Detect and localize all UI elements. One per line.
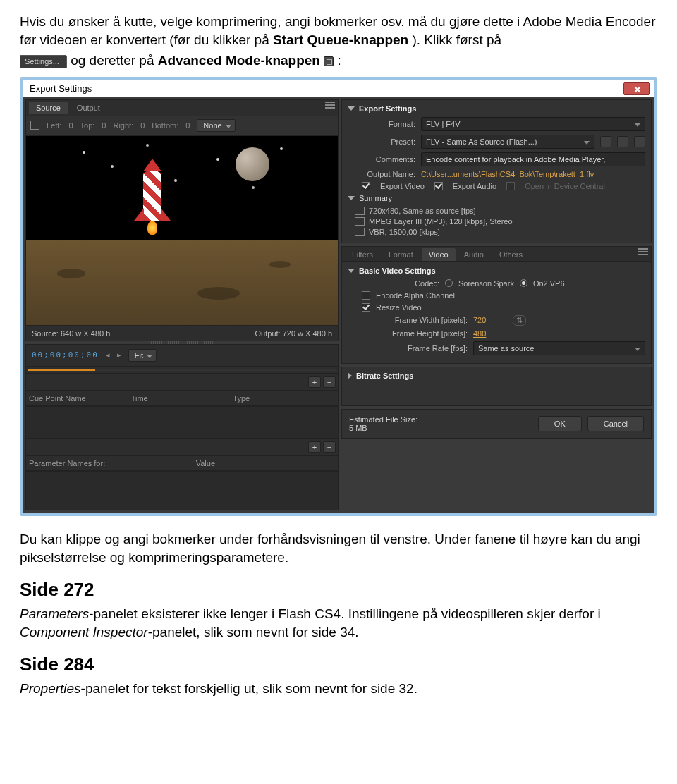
p284-b: -panelet for tekst forskjellig ut, slik … [81, 681, 417, 696]
para1-c: og deretter på [71, 53, 158, 68]
output-name-link[interactable]: C:\User...uments\FlashCS4_Bok\Temp\raket… [421, 170, 645, 178]
add-cue-icon[interactable]: + [308, 376, 321, 388]
para1-b: ). Klikk først på [412, 32, 501, 47]
play-next-icon[interactable]: ▸ [117, 350, 121, 360]
frame-height-value[interactable]: 480 [473, 329, 486, 338]
comments-label: Comments: [348, 155, 415, 164]
source-dimensions: Source: 640 w X 480 h [32, 329, 110, 338]
cue-list-body[interactable] [25, 406, 338, 439]
param-buttons: + − [25, 439, 338, 455]
bitrate-heading: Bitrate Settings [356, 372, 413, 380]
col-cue-name: Cue Point Name [29, 394, 131, 403]
summary-collapse-icon[interactable] [348, 196, 355, 200]
tab-filters[interactable]: Filters [345, 248, 380, 261]
close-icon[interactable] [623, 82, 650, 95]
paragraph-side-284: Properties-panelet for tekst forskjellig… [20, 680, 657, 698]
collapse-icon[interactable] [348, 106, 355, 111]
summary-heading: Summary [359, 194, 392, 202]
bvs-collapse-icon[interactable] [348, 269, 355, 273]
import-preset-icon[interactable] [617, 136, 628, 147]
crop-top-value[interactable]: 0 [102, 121, 106, 130]
right-tabs: Filters Format Video Audio Others [341, 246, 652, 262]
crop-left-value[interactable]: 0 [68, 121, 73, 130]
format-dropdown[interactable]: FLV | F4V [421, 117, 645, 131]
codec-on2-radio[interactable] [520, 279, 527, 287]
timecode-value[interactable]: 00;00;00;00 [32, 350, 99, 360]
preset-dropdown[interactable]: FLV - Same As Source (Flash...) [421, 135, 594, 149]
tab-audio[interactable]: Audio [457, 248, 491, 261]
comments-field[interactable]: Encode content for playback in Adobe Med… [421, 152, 645, 166]
save-preset-icon[interactable] [600, 136, 611, 147]
left-tabs: Source Output [25, 99, 338, 116]
alpha-label: Encode Alpha Channel [376, 291, 455, 300]
frame-rate-dropdown[interactable]: Same as source [473, 341, 645, 355]
delete-preset-icon[interactable] [634, 136, 645, 147]
basic-video-panel: Basic Video Settings Codec: Sorenson Spa… [341, 262, 652, 364]
bitrate-collapse-icon[interactable] [348, 372, 352, 379]
remove-param-icon[interactable]: − [323, 441, 336, 453]
zoom-fit-dropdown[interactable]: Fit [128, 349, 157, 362]
link-dimensions-icon[interactable]: ⇅ [513, 315, 526, 326]
export-settings-panel: Export Settings Format: FLV | F4V Preset… [341, 99, 652, 243]
component-inspector-italic: Component Inspector [20, 625, 148, 639]
audio-summary-icon [355, 217, 365, 226]
advanced-mode-icon [324, 56, 334, 66]
frame-width-value[interactable]: 720 [473, 316, 486, 324]
summary-line-1: 720x480, Same as source [fps] [369, 207, 476, 215]
preset-label: Preset: [348, 137, 415, 146]
timecode-row: 00;00;00;00 ◂ ▸ Fit [25, 344, 338, 367]
add-param-icon[interactable]: + [308, 441, 321, 453]
ok-button[interactable]: OK [538, 416, 582, 431]
codec-sorenson-label: Sorenson Spark [458, 279, 514, 288]
export-audio-checkbox[interactable] [434, 182, 443, 190]
export-video-checkbox[interactable] [362, 182, 370, 190]
panel-menu-icon[interactable] [325, 102, 335, 109]
tab-source[interactable]: Source [29, 102, 68, 114]
frame-width-label: Frame Width [pixels]: [348, 316, 468, 324]
crop-right-label: Right: [113, 121, 133, 130]
export-settings-dialog: Export Settings Source Output Left: 0 To… [20, 77, 657, 516]
col-param-name: Parameter Names for: [29, 459, 196, 467]
crop-right-value[interactable]: 0 [140, 121, 145, 130]
intro-paragraph-2: Settings... og deretter på Advanced Mode… [20, 51, 657, 70]
heading-side-272: Side 272 [20, 579, 657, 601]
remove-cue-icon[interactable]: − [323, 376, 336, 388]
crop-icon[interactable] [30, 121, 39, 130]
crop-bottom-value[interactable]: 0 [185, 121, 190, 130]
tab-format[interactable]: Format [382, 248, 420, 261]
heading-side-284: Side 284 [20, 654, 657, 675]
video-preview [25, 135, 338, 326]
alpha-checkbox[interactable] [362, 291, 370, 300]
settings-button-inline: Settings... [20, 55, 67, 68]
device-central-label: Open in Device Central [525, 182, 605, 190]
tab-video[interactable]: Video [422, 248, 456, 261]
right-panel-menu-icon[interactable] [638, 248, 648, 255]
parameters-italic: Parameters [20, 606, 89, 621]
p272-d: -panelet, slik som nevnt for side 34. [148, 625, 359, 639]
tab-others[interactable]: Others [492, 248, 530, 261]
output-name-label: Output Name: [348, 170, 415, 178]
cancel-button[interactable]: Cancel [587, 416, 644, 431]
export-video-label: Export Video [380, 182, 425, 190]
codec-label: Codec: [348, 279, 439, 288]
crop-left-label: Left: [47, 121, 61, 130]
col-cue-time: Time [131, 394, 233, 403]
summary-line-3: VBR, 1500,00 [kbps] [369, 228, 440, 236]
tab-output[interactable]: Output [70, 102, 107, 114]
estimated-size-value: 5 MB [349, 424, 417, 432]
resize-checkbox[interactable] [362, 303, 370, 312]
intro-paragraph-1: Hvis du ønsker å kutte, velge komprimeri… [20, 13, 657, 49]
crop-bottom-label: Bottom: [152, 121, 178, 130]
advanced-mode-bold: Advanced Mode-knappen [158, 53, 324, 68]
play-prev-icon[interactable]: ◂ [106, 350, 110, 360]
codec-sorenson-radio[interactable] [445, 279, 453, 287]
crop-top-label: Top: [80, 121, 95, 130]
paragraph-after-dialog: Du kan klippe og angi bokmerker under fo… [20, 530, 657, 566]
cue-list-header: Cue Point Name Time Type [25, 391, 338, 406]
timeline-slider[interactable] [25, 367, 338, 374]
export-audio-label: Export Audio [453, 182, 496, 190]
param-list-body[interactable] [25, 471, 338, 510]
frame-height-label: Frame Height [pixels]: [348, 329, 468, 338]
crop-mode-dropdown[interactable]: None [197, 119, 235, 132]
frame-rate-label: Frame Rate [fps]: [348, 344, 468, 353]
